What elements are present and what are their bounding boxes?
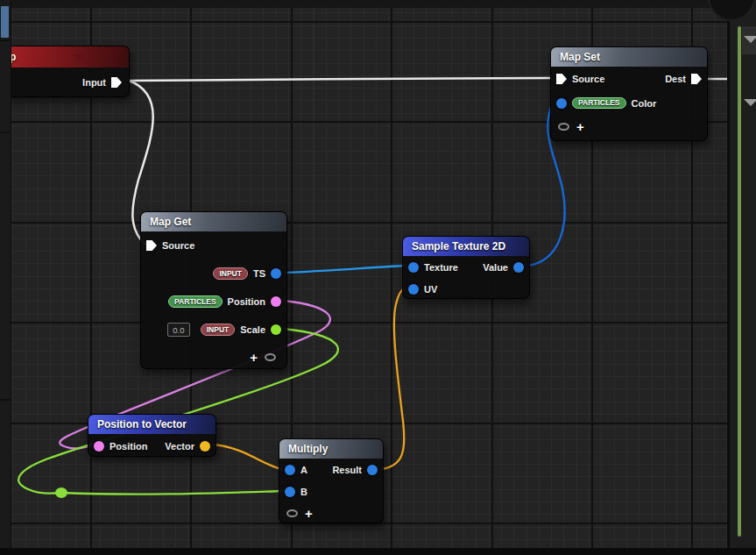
node-input-map-header[interactable]: InputMap <box>0 46 129 68</box>
node-multiply-header[interactable]: Multiply <box>279 439 383 459</box>
b-input-pin[interactable] <box>285 487 295 497</box>
pin-label-vector: Vector <box>165 441 194 452</box>
node-sample-texture-header[interactable]: Sample Texture 2D <box>403 237 529 256</box>
pin-label-color: Color <box>632 98 657 109</box>
pin-label-scale: Scale <box>240 324 265 335</box>
pin-label-value: Value <box>483 262 508 273</box>
node-position-to-vector[interactable]: Position to Vector Position Vector <box>88 414 216 457</box>
exec-out-pin-icon[interactable] <box>111 77 122 88</box>
pin-row-position-vector: Position Vector <box>88 434 215 458</box>
node-sample-texture-title: Sample Texture 2D <box>412 240 505 253</box>
a-input-pin[interactable] <box>285 465 295 475</box>
exec-in-pin-icon[interactable] <box>146 240 157 251</box>
pin-label-b: B <box>300 487 307 497</box>
position-input-pin[interactable] <box>94 441 104 452</box>
pin-row-a-result: A Result <box>279 459 383 481</box>
bottom-edge-band <box>0 548 756 555</box>
vertical-scrollbar[interactable] <box>738 26 741 537</box>
pin-label-position: Position <box>110 441 147 452</box>
ellipsis-pin-icon[interactable] <box>558 123 569 131</box>
exec-out-pin-icon[interactable] <box>691 74 702 84</box>
dropdown-chevron-icon[interactable] <box>73 54 85 60</box>
pin-row-b: B <box>279 481 383 502</box>
node-position-to-vector-header[interactable]: Position to Vector <box>88 415 215 434</box>
node-multiply-title: Multiply <box>288 443 328 455</box>
scale-value-box[interactable]: 0.0 <box>167 323 190 337</box>
sidebar-divider <box>0 39 11 41</box>
left-sidebar <box>0 0 11 555</box>
exec-in-pin-icon[interactable] <box>556 74 567 84</box>
node-map-get-title: Map Get <box>150 216 191 228</box>
sidebar-selected-item[interactable] <box>1 6 9 38</box>
node-footer-row: + <box>551 115 707 139</box>
node-map-get[interactable]: Map Get Source INPUT TS PARTICLES Positi… <box>140 211 287 369</box>
node-map-set-header[interactable]: Map Set <box>551 47 707 67</box>
chevron-down-icon[interactable] <box>744 99 756 106</box>
scale-output-pin[interactable] <box>271 324 281 335</box>
pin-label-ts: TS <box>253 268 265 279</box>
input-badge: INPUT <box>213 267 248 280</box>
pin-row-input: Input <box>0 68 129 97</box>
pin-label-uv: UV <box>424 284 437 295</box>
pin-row-color: PARTICLES Color <box>551 91 707 115</box>
pin-label-source: Source <box>162 240 194 251</box>
ellipsis-pin-icon[interactable] <box>265 353 276 361</box>
pin-label-result: Result <box>332 465 362 475</box>
chevron-down-icon[interactable] <box>744 36 756 43</box>
pin-row-source: Source <box>141 231 286 260</box>
ellipsis-pin-icon[interactable] <box>286 509 298 517</box>
pin-label-position: Position <box>228 296 265 307</box>
pin-row-ts: INPUT TS <box>141 260 286 288</box>
pin-label-dest: Dest <box>665 74 686 84</box>
input-badge: INPUT <box>201 324 236 336</box>
node-map-set-title: Map Set <box>560 51 600 63</box>
add-pin-icon[interactable]: + <box>576 120 584 133</box>
particles-badge: PARTICLES <box>168 295 223 308</box>
node-multiply[interactable]: Multiply A Result B + <box>279 438 384 523</box>
node-input-map[interactable]: InputMap Input <box>0 46 130 97</box>
top-edge-band <box>0 0 756 8</box>
node-map-set[interactable]: Map Set Source Dest PARTICLES Color + <box>550 46 708 141</box>
color-input-pin[interactable] <box>556 98 567 109</box>
pin-row-source-dest: Source Dest <box>551 67 707 91</box>
sidebar-divider <box>0 132 11 133</box>
position-output-pin[interactable] <box>271 296 281 307</box>
pin-label-a: A <box>300 465 307 475</box>
pin-label-texture: Texture <box>424 262 458 273</box>
pin-label-source: Source <box>572 74 604 84</box>
add-pin-icon[interactable]: + <box>250 351 258 364</box>
add-pin-icon[interactable]: + <box>305 507 313 520</box>
pin-row-position: PARTICLES Position <box>141 288 286 316</box>
node-map-get-header[interactable]: Map Get <box>141 212 286 231</box>
texture-input-pin[interactable] <box>408 262 419 273</box>
vector-output-pin[interactable] <box>200 441 210 452</box>
particles-badge: PARTICLES <box>572 97 626 110</box>
pin-row-scale: 0.0 INPUT Scale <box>141 316 286 344</box>
pin-label-input: Input <box>82 77 106 88</box>
right-panel <box>727 0 756 555</box>
ts-output-pin[interactable] <box>271 268 281 279</box>
node-footer-row: + <box>141 344 286 370</box>
node-footer-row: + <box>279 502 383 524</box>
node-position-to-vector-title: Position to Vector <box>97 418 187 430</box>
value-output-pin[interactable] <box>513 262 524 273</box>
result-output-pin[interactable] <box>367 465 378 475</box>
sidebar-divider <box>0 399 11 401</box>
uv-input-pin[interactable] <box>408 284 419 295</box>
pin-row-uv: UV <box>403 279 529 300</box>
pin-row-texture-value: Texture Value <box>403 256 529 279</box>
niagara-graph-window: InputMap Input Map Set Source Dest PARTI… <box>0 0 756 555</box>
node-sample-texture-2d[interactable]: Sample Texture 2D Texture Value UV <box>402 236 530 299</box>
